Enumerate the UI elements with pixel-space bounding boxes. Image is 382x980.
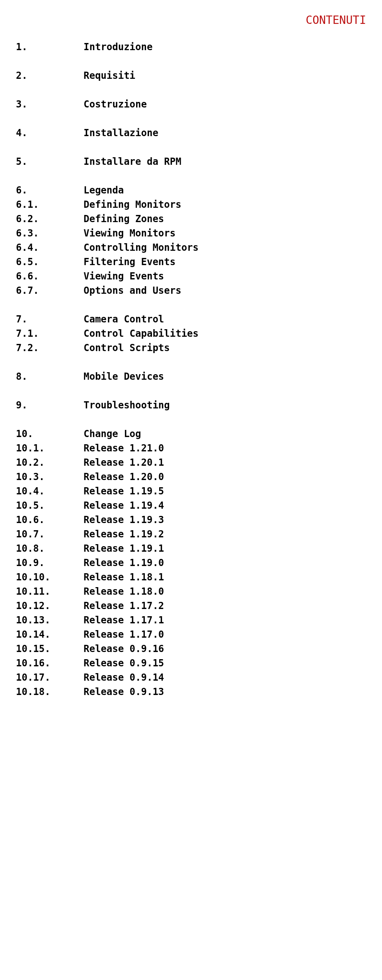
- toc-entry: 10.3.Release 1.20.0: [16, 470, 366, 484]
- toc-entry-number: 6.4.: [16, 240, 84, 255]
- toc-entry: 10.1.Release 1.21.0: [16, 441, 366, 455]
- toc-entry-number: 10.17.: [16, 670, 84, 685]
- toc-section: 3.Costruzione: [16, 97, 366, 111]
- toc-entry-number: 6.1.: [16, 197, 84, 212]
- toc-entry: 6.2.Defining Zones: [16, 212, 366, 226]
- toc-entry-title: Release 1.19.0: [84, 556, 164, 570]
- toc-entry: 6.3.Viewing Monitors: [16, 226, 366, 240]
- toc-entry-title: Viewing Monitors: [84, 226, 175, 240]
- toc-entry: 8.Mobile Devices: [16, 369, 366, 384]
- toc-entry-number: 10.9.: [16, 556, 84, 570]
- toc-entry-number: 7.1.: [16, 326, 84, 341]
- toc-entry: 6.1.Defining Monitors: [16, 197, 366, 212]
- toc-entry-title: Installazione: [84, 126, 158, 140]
- toc-entry: 10.12.Release 1.17.2: [16, 599, 366, 613]
- toc-entry: 5.Installare da RPM: [16, 154, 366, 169]
- toc-entry-number: 10.2.: [16, 455, 84, 470]
- toc-entry-title: Camera Control: [84, 312, 164, 326]
- toc-section: 8.Mobile Devices: [16, 369, 366, 384]
- toc-entry: 10.13.Release 1.17.1: [16, 613, 366, 627]
- toc-entry-title: Defining Zones: [84, 212, 164, 226]
- toc-entry-number: 10.13.: [16, 613, 84, 627]
- toc-entry-number: 10.12.: [16, 599, 84, 613]
- toc-entry-title: Defining Monitors: [84, 197, 181, 212]
- toc-entry-title: Release 1.20.0: [84, 470, 164, 484]
- toc-entry: 10.7.Release 1.19.2: [16, 527, 366, 541]
- toc-section: 9.Troubleshooting: [16, 398, 366, 412]
- toc-entry-number: 6.3.: [16, 226, 84, 240]
- toc-entry-number: 10.4.: [16, 484, 84, 498]
- toc-entry: 7.Camera Control: [16, 312, 366, 326]
- toc-entry: 10.5.Release 1.19.4: [16, 498, 366, 513]
- toc-entry-title: Release 1.21.0: [84, 441, 164, 455]
- toc-entry-title: Costruzione: [84, 97, 147, 111]
- toc-entry: 6.4.Controlling Monitors: [16, 240, 366, 255]
- toc-entry-number: 6.7.: [16, 283, 84, 298]
- toc-entry-title: Release 0.9.16: [84, 642, 164, 656]
- toc-entry-title: Control Scripts: [84, 341, 170, 355]
- toc-entry: 10.11.Release 1.18.0: [16, 584, 366, 599]
- document-page: CONTENUTI 1.Introduzione2.Requisiti3.Cos…: [0, 0, 382, 737]
- toc-entry-title: Viewing Events: [84, 269, 164, 283]
- toc-entry: 10.14.Release 1.17.0: [16, 627, 366, 642]
- table-of-contents: 1.Introduzione2.Requisiti3.Costruzione4.…: [16, 40, 366, 699]
- toc-entry-title: Requisiti: [84, 68, 135, 83]
- toc-section: 6.Legenda6.1.Defining Monitors6.2.Defini…: [16, 183, 366, 298]
- toc-entry: 6.5.Filtering Events: [16, 255, 366, 269]
- toc-entry: 1.Introduzione: [16, 40, 366, 54]
- toc-entry-number: 6.6.: [16, 269, 84, 283]
- toc-entry: 10.18.Release 0.9.13: [16, 685, 366, 699]
- toc-entry-number: 10.6.: [16, 513, 84, 527]
- toc-entry-number: 10.1.: [16, 441, 84, 455]
- toc-entry: 10.8.Release 1.19.1: [16, 541, 366, 556]
- toc-entry-number: 9.: [16, 398, 84, 412]
- toc-entry-title: Controlling Monitors: [84, 240, 199, 255]
- toc-section: 1.Introduzione: [16, 40, 366, 54]
- toc-entry-number: 10.7.: [16, 527, 84, 541]
- toc-section: 2.Requisiti: [16, 68, 366, 83]
- toc-entry-title: Release 1.17.2: [84, 599, 164, 613]
- toc-entry-title: Options and Users: [84, 283, 181, 298]
- toc-entry-number: 6.: [16, 183, 84, 197]
- toc-entry-number: 6.2.: [16, 212, 84, 226]
- toc-entry-title: Release 1.18.1: [84, 570, 164, 584]
- toc-entry: 10.10.Release 1.18.1: [16, 570, 366, 584]
- toc-entry-title: Legenda: [84, 183, 124, 197]
- toc-entry-number: 7.2.: [16, 341, 84, 355]
- toc-entry-number: 5.: [16, 154, 84, 169]
- toc-entry-title: Release 0.9.15: [84, 656, 164, 670]
- toc-entry-title: Introduzione: [84, 40, 152, 54]
- toc-entry-title: Release 1.19.3: [84, 513, 164, 527]
- toc-entry-title: Troubleshooting: [84, 398, 170, 412]
- toc-entry-number: 10.14.: [16, 627, 84, 642]
- toc-entry: 7.1.Control Capabilities: [16, 326, 366, 341]
- toc-entry-title: Release 0.9.14: [84, 670, 164, 685]
- toc-entry-title: Change Log: [84, 427, 141, 441]
- toc-section: 4.Installazione: [16, 126, 366, 140]
- toc-entry-number: 8.: [16, 369, 84, 384]
- toc-entry: 4.Installazione: [16, 126, 366, 140]
- toc-entry-title: Filtering Events: [84, 255, 175, 269]
- toc-entry-title: Control Capabilities: [84, 326, 199, 341]
- toc-entry-number: 10.8.: [16, 541, 84, 556]
- toc-entry-title: Release 1.19.2: [84, 527, 164, 541]
- toc-entry-title: Release 1.19.4: [84, 498, 164, 513]
- toc-entry-title: Release 1.19.5: [84, 484, 164, 498]
- toc-entry: 10.16.Release 0.9.15: [16, 656, 366, 670]
- toc-entry-number: 10.5.: [16, 498, 84, 513]
- toc-entry: 10.Change Log: [16, 427, 366, 441]
- toc-entry: 7.2.Control Scripts: [16, 341, 366, 355]
- toc-entry: 10.6.Release 1.19.3: [16, 513, 366, 527]
- toc-entry-number: 10.16.: [16, 656, 84, 670]
- toc-entry-number: 4.: [16, 126, 84, 140]
- toc-entry-number: 7.: [16, 312, 84, 326]
- toc-entry-number: 10.15.: [16, 642, 84, 656]
- toc-entry-number: 10.18.: [16, 685, 84, 699]
- toc-entry-title: Release 1.17.0: [84, 627, 164, 642]
- page-title: CONTENUTI: [16, 12, 366, 29]
- toc-entry-number: 6.5.: [16, 255, 84, 269]
- toc-entry: 10.9.Release 1.19.0: [16, 556, 366, 570]
- toc-entry-title: Release 0.9.13: [84, 685, 164, 699]
- toc-entry-title: Release 1.19.1: [84, 541, 164, 556]
- toc-section: 7.Camera Control7.1.Control Capabilities…: [16, 312, 366, 355]
